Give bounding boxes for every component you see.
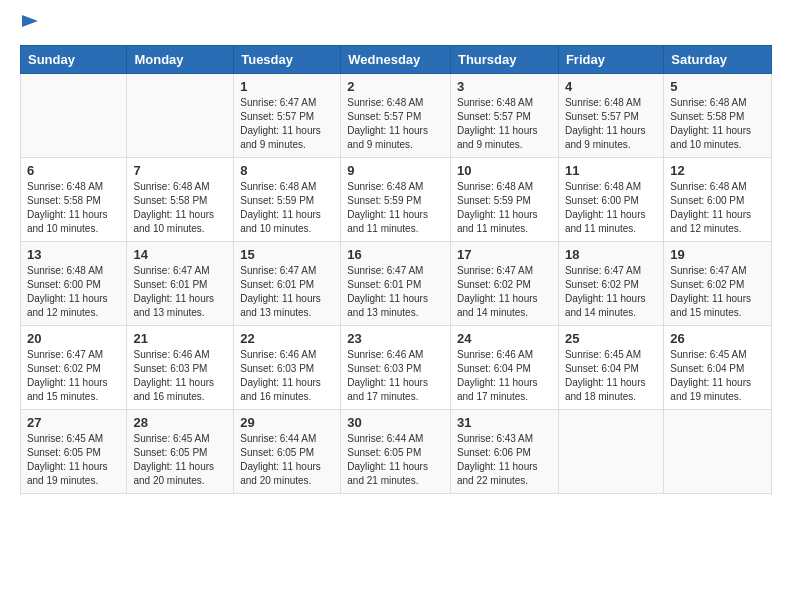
table-cell: 2Sunrise: 6:48 AMSunset: 5:57 PMDaylight…	[341, 74, 451, 158]
table-cell	[558, 410, 663, 494]
table-cell: 1Sunrise: 6:47 AMSunset: 5:57 PMDaylight…	[234, 74, 341, 158]
table-cell: 26Sunrise: 6:45 AMSunset: 6:04 PMDayligh…	[664, 326, 772, 410]
day-number: 30	[347, 415, 444, 430]
sunrise-text: Sunrise: 6:48 AM	[133, 181, 209, 192]
sunset-text: Sunset: 6:04 PM	[457, 363, 531, 374]
sunrise-text: Sunrise: 6:45 AM	[133, 433, 209, 444]
page: Sunday Monday Tuesday Wednesday Thursday…	[0, 0, 792, 612]
table-cell: 15Sunrise: 6:47 AMSunset: 6:01 PMDayligh…	[234, 242, 341, 326]
day-number: 9	[347, 163, 444, 178]
sunrise-text: Sunrise: 6:46 AM	[240, 349, 316, 360]
table-cell: 5Sunrise: 6:48 AMSunset: 5:58 PMDaylight…	[664, 74, 772, 158]
calendar-week-row: 27Sunrise: 6:45 AMSunset: 6:05 PMDayligh…	[21, 410, 772, 494]
header-tuesday: Tuesday	[234, 46, 341, 74]
daylight-text: Daylight: 11 hours and 13 minutes.	[133, 293, 214, 318]
table-cell: 29Sunrise: 6:44 AMSunset: 6:05 PMDayligh…	[234, 410, 341, 494]
sunrise-text: Sunrise: 6:45 AM	[27, 433, 103, 444]
sunset-text: Sunset: 5:57 PM	[565, 111, 639, 122]
sunrise-text: Sunrise: 6:48 AM	[347, 97, 423, 108]
day-number: 20	[27, 331, 120, 346]
day-number: 19	[670, 247, 765, 262]
sunset-text: Sunset: 6:05 PM	[347, 447, 421, 458]
sunrise-text: Sunrise: 6:48 AM	[27, 265, 103, 276]
daylight-text: Daylight: 11 hours and 9 minutes.	[347, 125, 428, 150]
sunset-text: Sunset: 6:03 PM	[240, 363, 314, 374]
table-cell: 21Sunrise: 6:46 AMSunset: 6:03 PMDayligh…	[127, 326, 234, 410]
table-cell: 19Sunrise: 6:47 AMSunset: 6:02 PMDayligh…	[664, 242, 772, 326]
table-cell: 27Sunrise: 6:45 AMSunset: 6:05 PMDayligh…	[21, 410, 127, 494]
day-number: 10	[457, 163, 552, 178]
cell-content: Sunrise: 6:48 AMSunset: 5:57 PMDaylight:…	[457, 96, 552, 152]
sunset-text: Sunset: 6:00 PM	[565, 195, 639, 206]
daylight-text: Daylight: 11 hours and 13 minutes.	[240, 293, 321, 318]
daylight-text: Daylight: 11 hours and 21 minutes.	[347, 461, 428, 486]
cell-content: Sunrise: 6:48 AMSunset: 5:57 PMDaylight:…	[565, 96, 657, 152]
sunset-text: Sunset: 5:58 PM	[27, 195, 101, 206]
sunset-text: Sunset: 6:05 PM	[27, 447, 101, 458]
sunrise-text: Sunrise: 6:45 AM	[565, 349, 641, 360]
cell-content: Sunrise: 6:48 AMSunset: 5:58 PMDaylight:…	[27, 180, 120, 236]
sunrise-text: Sunrise: 6:48 AM	[565, 97, 641, 108]
daylight-text: Daylight: 11 hours and 15 minutes.	[670, 293, 751, 318]
sunset-text: Sunset: 6:01 PM	[347, 279, 421, 290]
day-number: 16	[347, 247, 444, 262]
table-cell: 24Sunrise: 6:46 AMSunset: 6:04 PMDayligh…	[450, 326, 558, 410]
sunrise-text: Sunrise: 6:48 AM	[347, 181, 423, 192]
sunset-text: Sunset: 6:02 PM	[565, 279, 639, 290]
sunrise-text: Sunrise: 6:47 AM	[27, 349, 103, 360]
daylight-text: Daylight: 11 hours and 17 minutes.	[457, 377, 538, 402]
day-number: 26	[670, 331, 765, 346]
sunset-text: Sunset: 5:58 PM	[133, 195, 207, 206]
daylight-text: Daylight: 11 hours and 14 minutes.	[457, 293, 538, 318]
sunrise-text: Sunrise: 6:48 AM	[565, 181, 641, 192]
logo	[20, 15, 38, 35]
cell-content: Sunrise: 6:48 AMSunset: 5:57 PMDaylight:…	[347, 96, 444, 152]
cell-content: Sunrise: 6:48 AMSunset: 6:00 PMDaylight:…	[565, 180, 657, 236]
daylight-text: Daylight: 11 hours and 16 minutes.	[133, 377, 214, 402]
cell-content: Sunrise: 6:46 AMSunset: 6:03 PMDaylight:…	[240, 348, 334, 404]
sunrise-text: Sunrise: 6:48 AM	[670, 97, 746, 108]
table-cell: 3Sunrise: 6:48 AMSunset: 5:57 PMDaylight…	[450, 74, 558, 158]
sunset-text: Sunset: 6:01 PM	[133, 279, 207, 290]
cell-content: Sunrise: 6:46 AMSunset: 6:03 PMDaylight:…	[347, 348, 444, 404]
calendar-week-row: 13Sunrise: 6:48 AMSunset: 6:00 PMDayligh…	[21, 242, 772, 326]
sunset-text: Sunset: 5:57 PM	[347, 111, 421, 122]
table-cell: 7Sunrise: 6:48 AMSunset: 5:58 PMDaylight…	[127, 158, 234, 242]
day-number: 27	[27, 415, 120, 430]
sunrise-text: Sunrise: 6:47 AM	[133, 265, 209, 276]
day-number: 1	[240, 79, 334, 94]
header-friday: Friday	[558, 46, 663, 74]
daylight-text: Daylight: 11 hours and 9 minutes.	[565, 125, 646, 150]
cell-content: Sunrise: 6:47 AMSunset: 6:02 PMDaylight:…	[565, 264, 657, 320]
cell-content: Sunrise: 6:48 AMSunset: 6:00 PMDaylight:…	[670, 180, 765, 236]
daylight-text: Daylight: 11 hours and 16 minutes.	[240, 377, 321, 402]
daylight-text: Daylight: 11 hours and 15 minutes.	[27, 377, 108, 402]
day-number: 24	[457, 331, 552, 346]
cell-content: Sunrise: 6:45 AMSunset: 6:05 PMDaylight:…	[27, 432, 120, 488]
table-cell: 30Sunrise: 6:44 AMSunset: 6:05 PMDayligh…	[341, 410, 451, 494]
daylight-text: Daylight: 11 hours and 12 minutes.	[670, 209, 751, 234]
table-cell: 11Sunrise: 6:48 AMSunset: 6:00 PMDayligh…	[558, 158, 663, 242]
sunset-text: Sunset: 6:04 PM	[670, 363, 744, 374]
cell-content: Sunrise: 6:46 AMSunset: 6:04 PMDaylight:…	[457, 348, 552, 404]
header-saturday: Saturday	[664, 46, 772, 74]
table-cell: 13Sunrise: 6:48 AMSunset: 6:00 PMDayligh…	[21, 242, 127, 326]
table-cell: 25Sunrise: 6:45 AMSunset: 6:04 PMDayligh…	[558, 326, 663, 410]
sunset-text: Sunset: 6:01 PM	[240, 279, 314, 290]
sunset-text: Sunset: 6:03 PM	[133, 363, 207, 374]
cell-content: Sunrise: 6:48 AMSunset: 5:58 PMDaylight:…	[133, 180, 227, 236]
table-cell: 17Sunrise: 6:47 AMSunset: 6:02 PMDayligh…	[450, 242, 558, 326]
header-monday: Monday	[127, 46, 234, 74]
header-wednesday: Wednesday	[341, 46, 451, 74]
sunrise-text: Sunrise: 6:47 AM	[347, 265, 423, 276]
daylight-text: Daylight: 11 hours and 12 minutes.	[27, 293, 108, 318]
table-cell: 9Sunrise: 6:48 AMSunset: 5:59 PMDaylight…	[341, 158, 451, 242]
day-number: 23	[347, 331, 444, 346]
day-number: 22	[240, 331, 334, 346]
daylight-text: Daylight: 11 hours and 20 minutes.	[240, 461, 321, 486]
cell-content: Sunrise: 6:45 AMSunset: 6:04 PMDaylight:…	[565, 348, 657, 404]
sunset-text: Sunset: 6:02 PM	[27, 363, 101, 374]
logo-flag-icon	[22, 15, 38, 35]
day-number: 17	[457, 247, 552, 262]
cell-content: Sunrise: 6:47 AMSunset: 6:01 PMDaylight:…	[347, 264, 444, 320]
